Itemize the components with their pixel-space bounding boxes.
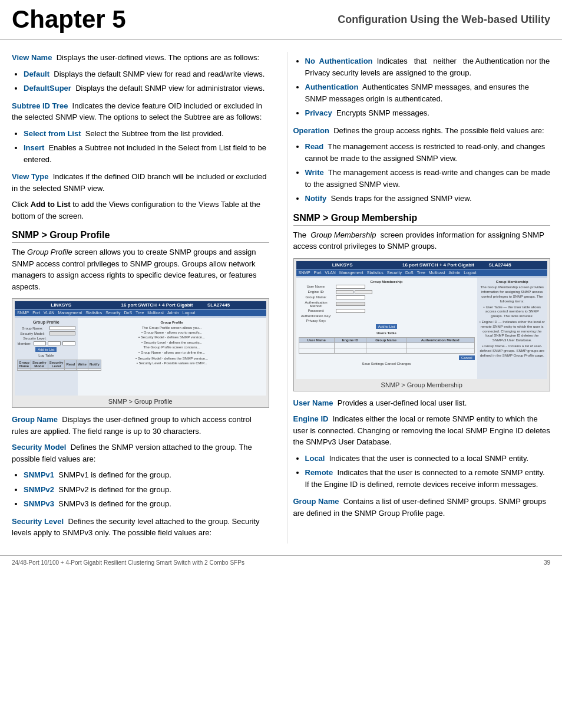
screenshot2-content: Group Membership User Name: Engine ID: G… <box>296 278 548 379</box>
list-item: SNMPv2 SNMPv2 is defined for the group. <box>24 484 269 496</box>
view-name-bullets: Default Displays the default SNMP view f… <box>24 68 269 94</box>
operation-label: Operation <box>293 126 329 135</box>
screenshot1-box: LINKSYS 16 port SWITCH + 4 Port Gigabit … <box>12 298 269 408</box>
privacy-text: Encrypts SNMP messages. <box>336 108 429 117</box>
screenshot2-sidebar: Group Membership The Group Membership sc… <box>477 278 547 379</box>
notify-label: Notify <box>305 194 327 203</box>
security-level-para: Security Level Defines the security leve… <box>12 516 269 539</box>
page-header: Chapter 5 Configuration Using the Web-ba… <box>0 0 562 40</box>
insert-label: Insert <box>24 143 44 152</box>
screenshot2-box: LINKSYS 16 port SWITCH + 4 Port Gigabit … <box>293 258 551 391</box>
screenshot1-sidebar: Group Profile Group Name: Security Model… <box>15 318 78 396</box>
group-name-para: Group Name Displays the user-defined gro… <box>12 414 269 437</box>
screenshot1-caption: SNMP > Group Profile <box>15 398 266 405</box>
screenshot1-main: Group Profile The Group Profile screen a… <box>78 318 266 396</box>
engine-id-label: Engine ID <box>293 414 329 423</box>
security-model-para: Security Model Defines the SNMP version … <box>12 442 269 465</box>
list-item: Remote Indicates that the user is connec… <box>305 467 551 490</box>
list-item: Authentication Authenticates SNMP messag… <box>305 81 551 104</box>
group-name2-label: Group Name <box>293 497 339 506</box>
footer-right: 39 <box>544 559 550 566</box>
local-label: Local <box>305 454 325 463</box>
security-level-label: Security Level <box>12 517 64 526</box>
subtitle-block: Configuration Using the Web-based Utilit… <box>144 6 550 33</box>
insert-text: Enables a Subtree not included in the Se… <box>24 143 266 164</box>
engine-bullets: Local Indicates that the user is connect… <box>305 453 551 490</box>
list-item: Read The management access is restricted… <box>305 141 551 164</box>
read-label: Read <box>305 142 324 151</box>
security-level-bullets: No Authentication Indicates that neither… <box>305 55 551 119</box>
operation-para: Operation Defines the group access right… <box>293 125 551 137</box>
linksys-banner2: LINKSYS 16 port SWITCH + 4 Port Gigabit … <box>296 261 548 269</box>
user-name-text: Provides a user-defined local user list. <box>338 398 467 407</box>
authentication-label: Authentication <box>305 83 359 91</box>
local-text: Indicates that the user is connected to … <box>329 454 528 463</box>
chapter-title: Chapter 5 <box>12 6 126 33</box>
list-item: Default Displays the default SNMP view f… <box>24 68 269 80</box>
list-item: DefaultSuper Displays the default SNMP v… <box>24 83 269 94</box>
chapter-title-block: Chapter 5 <box>12 6 144 33</box>
operation-text: Defines the group access rights. The pos… <box>333 126 544 135</box>
group-name2-para: Group Name Contains a list of user-defin… <box>293 496 551 519</box>
main-content: View Name Displays the user-defined view… <box>0 40 562 555</box>
view-type-label: View Type <box>12 172 48 181</box>
right-column: No Authentication Indicates that neither… <box>287 52 551 543</box>
privacy-label: Privacy <box>305 108 332 117</box>
screenshot2-caption: SNMP > Group Membership <box>296 381 548 388</box>
read-text: The management access is restricted to r… <box>305 142 546 163</box>
no-auth-label: No Authentication <box>305 57 373 65</box>
list-item: No Authentication Indicates that neither… <box>305 55 551 78</box>
view-name-label: View Name <box>12 53 52 62</box>
group-name-label: Group Name <box>12 415 58 424</box>
footer-left: 24/48-Port 10/100 + 4-Port Gigabit Resil… <box>12 559 244 566</box>
view-name-text: Displays the user-defined views. The opt… <box>57 53 259 62</box>
engine-id-para: Engine ID Indicates either the local or … <box>293 413 551 448</box>
user-name-label: User Name <box>293 398 333 407</box>
list-item: Local Indicates that the user is connect… <box>305 453 551 465</box>
list-item: Select from List Select the Subtree from… <box>24 128 269 140</box>
section1-intro: The Group Profile screen allows you to c… <box>12 246 269 292</box>
screenshot1-content: Group Profile Group Name: Security Model… <box>15 318 266 396</box>
list-item: Write The management access is read-writ… <box>305 167 551 190</box>
nav-bar2: SNMPPortVLANManagementStatisticsSecurity… <box>296 269 548 276</box>
snmpv3-label: SNMPv3 <box>24 499 54 508</box>
select-from-list-text: Select the Subtree from the list provide… <box>85 129 224 138</box>
write-label: Write <box>305 168 324 177</box>
membership-table: User NameEngine IDGroup NameAuthenticati… <box>299 337 475 354</box>
list-item: Notify Sends traps for the assigned SNMP… <box>305 193 551 205</box>
add-to-list-bold: Add to List <box>31 200 71 209</box>
screenshot1-image: LINKSYS 16 port SWITCH + 4 Port Gigabit … <box>15 301 266 396</box>
defaultsuper-label: DefaultSuper <box>24 84 71 93</box>
security-bullets: SNMPv1 SNMPv1 is defined for the group. … <box>24 469 269 510</box>
engine-id-text: Indicates either the local or remote SNM… <box>293 414 550 446</box>
view-type-para: View Type Indicates if the defined OID b… <box>12 171 269 194</box>
default-text: Displays the default SNMP view for read … <box>54 70 265 78</box>
screenshot2-image: LINKSYS 16 port SWITCH + 4 Port Gigabit … <box>296 261 548 379</box>
notify-text: Sends traps for the assigned SNMP view. <box>331 194 472 203</box>
operation-bullets: Read The management access is restricted… <box>305 141 551 205</box>
page-subtitle: Configuration Using the Web-based Utilit… <box>338 14 550 26</box>
view-name-intro: View Name Displays the user-defined view… <box>12 52 269 64</box>
view-type-text: Indicates if the defined OID branch will… <box>12 172 266 193</box>
remote-label: Remote <box>305 468 333 477</box>
list-item: Insert Enables a Subtree not included in… <box>24 142 269 165</box>
nav-bar: SNMPPortVLANManagementStatisticsSecurity… <box>15 309 266 316</box>
subtree-label: Subtree ID Tree <box>12 101 68 110</box>
snmpv2-label: SNMPv2 <box>24 485 54 494</box>
linksys-banner: LINKSYS 16 port SWITCH + 4 Port Gigabit … <box>15 301 266 309</box>
list-item: SNMPv3 SNMPv3 is defined for the group. <box>24 498 269 510</box>
default-label: Default <box>24 70 49 78</box>
page-footer: 24/48-Port 10/100 + 4-Port Gigabit Resil… <box>0 555 562 569</box>
security-model-label: Security Model <box>12 443 66 452</box>
remote-text: Indicates that the user is connected to … <box>305 468 545 489</box>
subtree-intro: Subtree ID Tree Indicates the device fea… <box>12 100 269 123</box>
snmpv1-text: SNMPv1 is defined for the group. <box>58 470 171 479</box>
list-item: SNMPv1 SNMPv1 is defined for the group. <box>24 469 269 481</box>
subtree-bullets: Select from List Select the Subtree from… <box>24 128 269 166</box>
section1-heading: SNMP > Group Profile <box>12 230 269 243</box>
select-from-list-label: Select from List <box>24 129 81 138</box>
left-column: View Name Displays the user-defined view… <box>12 52 275 543</box>
list-item: Privacy Encrypts SNMP messages. <box>305 107 551 119</box>
snmpv2-text: SNMPv2 is defined for the group. <box>58 485 171 494</box>
add-list-para: Click Add to List to add the Views confi… <box>12 199 269 222</box>
